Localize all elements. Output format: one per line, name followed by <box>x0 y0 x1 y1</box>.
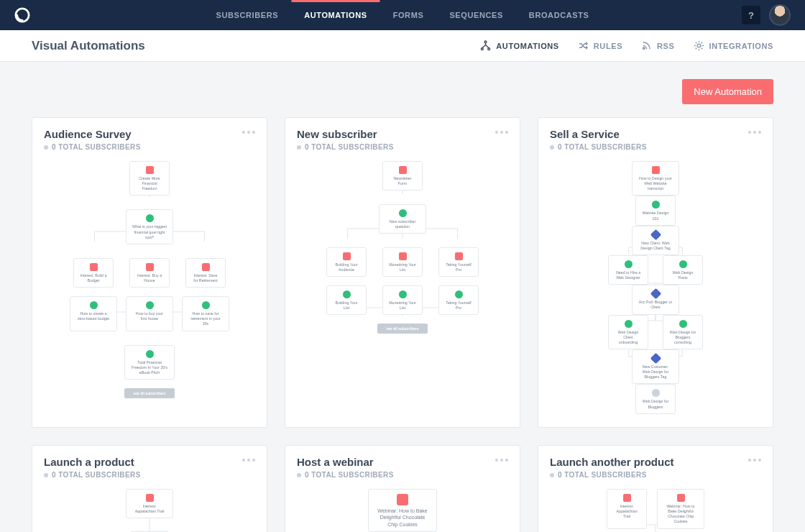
sequence-icon <box>343 290 351 298</box>
card-menu-icon[interactable] <box>242 456 255 462</box>
condition-icon <box>650 288 661 300</box>
card-menu-icon[interactable] <box>748 456 761 462</box>
sequence-icon <box>399 290 407 298</box>
event-icon <box>399 209 407 217</box>
node-question: New subscriber question <box>379 204 426 234</box>
node-step: How to create a zero-based budget <box>70 296 117 331</box>
svg-point-2 <box>482 48 484 50</box>
nav-center: SUBSCRIBERS AUTOMATIONS FORMS SEQUENCES … <box>203 0 602 30</box>
card-menu-icon[interactable] <box>495 456 508 462</box>
page-title: Visual Automations <box>32 39 145 53</box>
node-question: What is your biggest financial goal righ… <box>126 209 173 244</box>
end-pill: see all subscribers <box>377 324 427 334</box>
node-step: Web Design for Bloggers consulting <box>663 315 703 349</box>
end-pill: see all subscribers <box>124 388 174 398</box>
card-launch-another[interactable]: Launch another product 0 TOTAL SUBSCRIBE… <box>538 445 773 532</box>
condition-icon <box>650 353 661 364</box>
node-start: Newsletter Form <box>382 161 423 191</box>
form-icon <box>677 494 685 502</box>
condition-icon <box>650 229 661 240</box>
card-menu-icon[interactable] <box>748 128 761 134</box>
sequence-icon <box>202 301 210 309</box>
card-title: Launch a product <box>44 456 134 468</box>
top-nav: SUBSCRIBERS AUTOMATIONS FORMS SEQUENCES … <box>0 0 805 30</box>
action-row: New Automation <box>32 79 773 104</box>
nav-sequences[interactable]: SEQUENCES <box>436 0 515 30</box>
card-new-subscriber[interactable]: New subscriber 0 TOTAL SUBSCRIBERS <box>285 117 520 428</box>
node-branch: Building Your Audience <box>326 247 367 277</box>
nav-forms[interactable]: FORMS <box>380 0 437 30</box>
help-button[interactable]: ? <box>742 6 760 24</box>
card-title: Host a webinar <box>297 456 374 468</box>
subscriber-count: 0 TOTAL SUBSCRIBERS <box>550 143 761 151</box>
node-step: Taking Yourself Pro <box>438 285 479 315</box>
sub-nav: AUTOMATIONS RULES RSS INTEGRATIONS <box>480 40 773 51</box>
card-audience-survey[interactable]: Audience Survey 0 TOTAL SUBSCRIBERS <box>32 117 267 428</box>
flow-diagram: Interest: Appalachian Trail <box>44 489 255 532</box>
node-end: Web Design for Bloggers <box>635 384 676 413</box>
node-step: Web Design Client onboarding <box>608 315 648 349</box>
new-automation-button[interactable]: New Automation <box>682 79 773 104</box>
nav-automations[interactable]: AUTOMATIONS <box>291 0 380 30</box>
tag-icon <box>343 252 351 260</box>
node-start: Webinar: How to Bake Delightful Chocolat… <box>368 489 437 532</box>
card-launch-product[interactable]: Launch a product 0 TOTAL SUBSCRIBERS Int… <box>32 445 267 532</box>
subnav-rules[interactable]: RULES <box>578 40 622 51</box>
node-branch: Interest: Build a Budget <box>73 258 114 288</box>
svg-point-5 <box>697 44 701 47</box>
nav-subscribers[interactable]: SUBSCRIBERS <box>203 0 292 30</box>
node-final: Total Financial Freedom In Your 30's eBo… <box>124 345 175 380</box>
flow-diagram: Interest: Appalachian Trail Webinar: How… <box>550 489 761 532</box>
node-start: How to Design your Web Website transcrip… <box>632 161 679 196</box>
card-title: Sell a Service <box>550 128 620 140</box>
flow-diagram: How to Design your Web Website transcrip… <box>550 161 761 413</box>
node-condition: New Client: Web Design Client Tag <box>632 226 679 255</box>
card-host-webinar[interactable]: Host a webinar 0 TOTAL SUBSCRIBERS Webin… <box>285 445 520 532</box>
flow-diagram: Newsletter Form New subscriber question … <box>297 161 508 334</box>
node-start: Interest: Appalachian Trail <box>607 489 647 529</box>
subnav-label: RULES <box>594 42 622 50</box>
avatar[interactable] <box>769 4 791 26</box>
node-step: How to save for retirement in your 30s <box>182 296 229 331</box>
subnav-label: AUTOMATIONS <box>496 42 558 50</box>
flow-diagram: Create More Financial Freedom What is yo… <box>44 161 255 398</box>
subscriber-count: 0 TOTAL SUBSCRIBERS <box>44 471 255 479</box>
sequence-icon <box>625 260 632 268</box>
card-sell-service[interactable]: Sell a Service 0 TOTAL SUBSCRIBERS <box>538 117 773 428</box>
subnav-label: RSS <box>657 42 674 50</box>
subnav-label: INTEGRATIONS <box>709 42 774 50</box>
node-step: Web Design Posts <box>663 255 703 285</box>
logo[interactable] <box>14 7 30 23</box>
sequence-icon <box>679 320 687 328</box>
node-step: Website Design 101 <box>635 196 676 225</box>
nav-broadcasts[interactable]: BROADCASTS <box>516 0 602 30</box>
subnav-integrations[interactable]: INTEGRATIONS <box>694 40 774 51</box>
svg-point-1 <box>484 41 487 43</box>
node-condition: New Customer: Web Design for Bloggers Ta… <box>632 349 679 384</box>
form-icon <box>397 494 408 505</box>
node-step: Monetizing Your List <box>382 285 423 315</box>
card-menu-icon[interactable] <box>242 128 255 134</box>
subnav-automations[interactable]: AUTOMATIONS <box>480 40 558 51</box>
sequence-icon <box>146 301 154 309</box>
subscriber-count: 0 TOTAL SUBSCRIBERS <box>44 143 255 151</box>
node-start: Webinar: How to Bake Delightful Chocolat… <box>657 489 704 529</box>
card-menu-icon[interactable] <box>495 128 508 134</box>
page-body: New Automation Audience Survey 0 TOTAL S… <box>0 62 805 532</box>
event-icon <box>146 214 154 222</box>
subscriber-count: 0 TOTAL SUBSCRIBERS <box>550 471 761 479</box>
node-branch: Taking Yourself Pro <box>438 247 479 277</box>
sequence-icon <box>625 320 632 328</box>
svg-point-4 <box>643 47 645 49</box>
node-branch: Interest: Buy a House <box>129 258 170 288</box>
sequence-icon <box>146 350 154 358</box>
nav-right: ? <box>742 4 791 26</box>
tag-icon <box>399 252 407 260</box>
branch-icon <box>480 40 491 51</box>
complete-icon <box>652 389 660 397</box>
automation-grid: Audience Survey 0 TOTAL SUBSCRIBERS <box>32 117 773 532</box>
subnav-rss[interactable]: RSS <box>641 40 674 51</box>
node-step: Need to Hire a Web Designer <box>608 255 648 285</box>
node-condition: Acc Poll: Blogger or Client <box>632 285 679 314</box>
node-branch: Monetizing Your List <box>382 247 423 277</box>
